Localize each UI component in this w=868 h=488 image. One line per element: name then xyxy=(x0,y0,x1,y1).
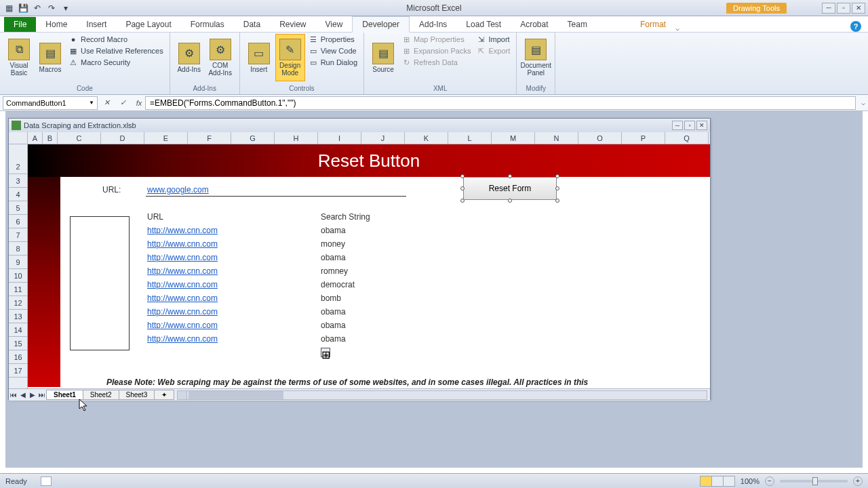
tab-home[interactable]: Home xyxy=(36,17,77,32)
grid[interactable]: ABCDEFGHIJKLMNOPQ 2 34567891011121314151… xyxy=(9,132,710,388)
url-value[interactable]: www.google.com xyxy=(147,185,209,195)
row-header[interactable]: 13 xyxy=(9,310,27,323)
row-header[interactable]: 6 xyxy=(9,215,27,228)
row-header[interactable]: 7 xyxy=(9,228,27,242)
sheet-tab-2[interactable]: Sheet2 xyxy=(83,390,119,400)
page-layout-view-button[interactable] xyxy=(711,476,724,487)
last-sheet-icon[interactable]: ⏭ xyxy=(37,390,47,400)
sheet-tab-3[interactable]: Sheet3 xyxy=(119,390,155,400)
row-header[interactable]: 8 xyxy=(9,242,27,256)
cell-search[interactable]: democrat xyxy=(321,280,355,289)
scroll-thumb[interactable] xyxy=(189,391,283,399)
map-properties-button[interactable]: ⊞Map Properties xyxy=(399,34,473,45)
cell-search[interactable]: obama xyxy=(321,226,346,235)
fx-icon[interactable]: fx xyxy=(133,97,145,109)
tab-insert[interactable]: Insert xyxy=(77,17,116,32)
restore-button[interactable]: ▫ xyxy=(837,3,850,14)
tab-add-ins[interactable]: Add-Ins xyxy=(410,17,456,32)
row-header[interactable]: 16 xyxy=(9,350,27,364)
column-header[interactable]: G xyxy=(231,132,275,144)
cell-search[interactable]: money xyxy=(321,239,345,249)
record-macro-button[interactable]: ●Record Macro xyxy=(66,34,165,45)
select-all-corner[interactable] xyxy=(9,132,28,144)
addins-button[interactable]: ⚙Add-Ins xyxy=(174,34,204,81)
run-dialog-button[interactable]: ▭Run Dialog xyxy=(307,57,359,68)
tab-load-test[interactable]: Load Test xyxy=(456,17,511,32)
row-header[interactable]: 12 xyxy=(9,296,27,310)
tab-view[interactable]: View xyxy=(316,17,353,32)
zoom-in-button[interactable]: + xyxy=(853,476,863,486)
tab-developer[interactable]: Developer xyxy=(352,16,410,33)
qat-customize-icon[interactable]: ▾ xyxy=(60,2,72,14)
zoom-thumb[interactable] xyxy=(812,477,818,485)
cell-search[interactable]: obama xyxy=(321,321,346,330)
row-header[interactable]: 9 xyxy=(9,256,27,269)
selection-handle[interactable] xyxy=(508,174,512,178)
tab-review[interactable]: Review xyxy=(270,17,315,32)
zoom-slider[interactable] xyxy=(780,480,848,483)
tab-page-layout[interactable]: Page Layout xyxy=(116,17,180,32)
row-header[interactable]: 3 xyxy=(9,174,27,188)
macro-security-button[interactable]: ⚠Macro Security xyxy=(66,57,165,68)
formula-input[interactable]: =EMBED("Forms.CommandButton.1","") xyxy=(145,96,856,110)
column-header[interactable]: E xyxy=(144,132,188,144)
selection-handle[interactable] xyxy=(460,199,465,203)
row-header[interactable]: 10 xyxy=(9,269,27,283)
macros-button[interactable]: ▤Macros xyxy=(35,34,65,81)
column-header[interactable]: C xyxy=(58,132,101,144)
cell-search[interactable]: obama xyxy=(321,334,346,344)
next-sheet-icon[interactable]: ▶ xyxy=(28,390,37,400)
row-header[interactable]: 14 xyxy=(9,323,27,337)
undo-icon[interactable]: ↶ xyxy=(31,2,43,14)
source-button[interactable]: ▤Source xyxy=(368,34,398,81)
selection-handle[interactable] xyxy=(555,186,559,190)
save-icon[interactable]: 💾 xyxy=(17,2,29,14)
row-header[interactable]: 5 xyxy=(9,201,27,215)
macro-record-icon[interactable] xyxy=(41,476,52,486)
collapse-ribbon-icon[interactable]: ⌵ xyxy=(675,24,679,32)
row-header[interactable]: 15 xyxy=(9,337,27,350)
cells[interactable]: Reset Button URL: www.google.com Reset F… xyxy=(28,144,710,388)
column-header[interactable]: O xyxy=(578,132,622,144)
cancel-icon[interactable]: ✕ xyxy=(100,97,113,109)
cell-url[interactable]: http://www.cnn.com xyxy=(147,266,218,276)
cell-url[interactable]: http://www.cnn.com xyxy=(147,226,218,235)
tab-format[interactable]: Format xyxy=(631,17,675,32)
column-header[interactable]: J xyxy=(361,132,405,144)
redo-icon[interactable]: ↷ xyxy=(45,2,58,14)
excel-icon[interactable]: ▦ xyxy=(3,2,15,14)
expand-formula-icon[interactable]: ⌵ xyxy=(859,99,868,106)
expansion-packs-button[interactable]: ⊞Expansion Packs xyxy=(399,45,473,56)
enter-icon[interactable]: ✓ xyxy=(117,97,129,109)
refresh-data-button[interactable]: ↻Refresh Data xyxy=(399,57,473,68)
document-panel-button[interactable]: ▤Document Panel xyxy=(521,34,551,81)
selection-handle[interactable] xyxy=(555,174,559,178)
scroll-left-icon[interactable] xyxy=(178,391,187,399)
zoom-level[interactable]: 100% xyxy=(741,477,760,485)
export-button[interactable]: ⇱Export xyxy=(474,45,512,56)
cell-search[interactable]: obama xyxy=(321,307,346,317)
column-header[interactable]: D xyxy=(101,132,144,144)
cell-url[interactable]: http://www.cnn.com xyxy=(147,307,218,317)
insert-control-button[interactable]: ▭Insert xyxy=(244,34,274,81)
column-header[interactable]: I xyxy=(318,132,361,144)
tab-acrobat[interactable]: Acrobat xyxy=(511,17,557,32)
cell-search[interactable]: romney xyxy=(321,266,348,276)
com-addins-button[interactable]: ⚙COM Add-Ins xyxy=(205,34,235,81)
name-box[interactable]: CommandButton1▼ xyxy=(3,96,98,110)
cell-url[interactable]: http://www.cnn.com xyxy=(147,280,218,289)
normal-view-button[interactable] xyxy=(700,476,712,487)
cell-url[interactable]: http://www.cnn.com xyxy=(147,321,218,330)
close-button[interactable]: ✕ xyxy=(852,3,865,14)
column-header[interactable]: B xyxy=(43,132,58,144)
selection-handle[interactable] xyxy=(508,199,512,203)
tab-formulas[interactable]: Formulas xyxy=(181,17,234,32)
cell-url[interactable]: http://www.cnn.com xyxy=(147,334,218,344)
row-header[interactable]: 4 xyxy=(9,188,27,201)
row-header[interactable]: 11 xyxy=(9,283,27,296)
tab-team[interactable]: Team xyxy=(558,17,597,32)
first-sheet-icon[interactable]: ⏮ xyxy=(9,390,18,400)
import-button[interactable]: ⇲Import xyxy=(474,34,512,45)
selection-handle[interactable] xyxy=(460,174,465,178)
design-mode-button[interactable]: ✎Design Mode xyxy=(275,34,305,81)
